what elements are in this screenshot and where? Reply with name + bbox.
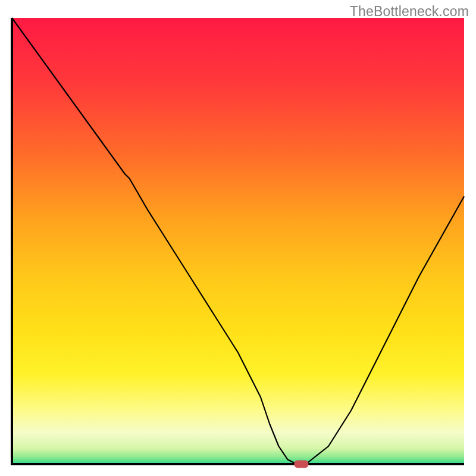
watermark-text: TheBottleneck.com (350, 4, 469, 20)
chart-background (12, 18, 464, 464)
chart-container: TheBottleneck.com (0, 0, 476, 476)
optimum-marker (294, 461, 308, 468)
bottleneck-chart (0, 0, 476, 476)
